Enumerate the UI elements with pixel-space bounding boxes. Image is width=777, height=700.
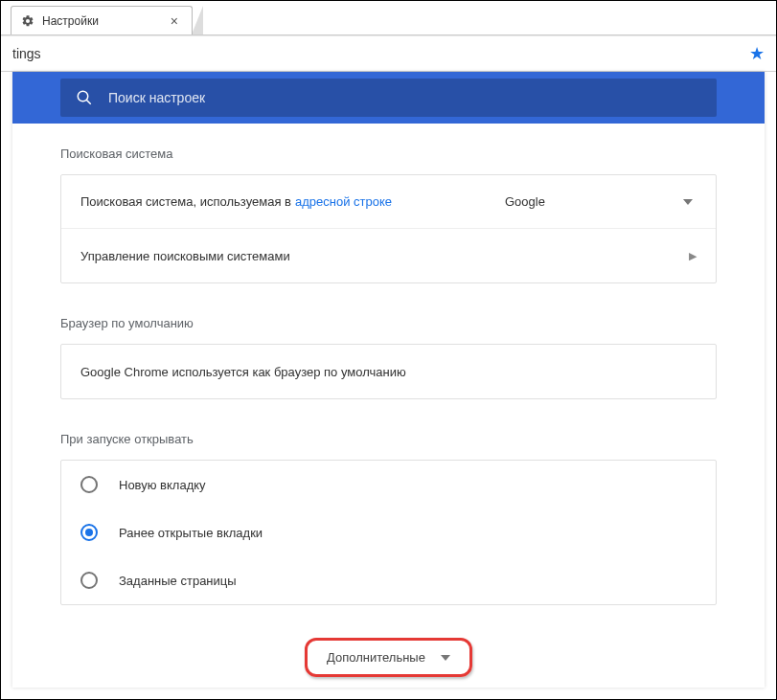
search-icon bbox=[76, 89, 93, 106]
dropdown-selected-value: Google bbox=[505, 194, 545, 209]
chevron-down-icon bbox=[683, 199, 693, 205]
section-title-default-browser: Браузер по умолчанию bbox=[60, 316, 717, 330]
search-engine-dropdown[interactable]: Google bbox=[505, 194, 697, 209]
star-icon[interactable]: ★ bbox=[749, 43, 765, 64]
card-on-startup: Новую вкладку Ранее открытые вкладки Зад… bbox=[60, 460, 717, 605]
card-search-engine: Поисковая система, используемая в адресн… bbox=[60, 174, 717, 283]
chevron-down-icon bbox=[441, 655, 450, 661]
section-title-search-engine: Поисковая система bbox=[60, 147, 717, 161]
radio-new-tab[interactable]: Новую вкладку bbox=[61, 461, 716, 508]
address-text: tings bbox=[12, 46, 749, 61]
close-icon[interactable]: × bbox=[167, 13, 182, 29]
tab-tail bbox=[192, 6, 203, 34]
search-input[interactable] bbox=[108, 90, 701, 105]
radio-specific-pages[interactable]: Заданные страницы bbox=[61, 556, 716, 604]
advanced-label: Дополнительные bbox=[327, 650, 425, 665]
tab-settings[interactable]: Настройки × bbox=[11, 6, 193, 34]
gear-icon bbox=[21, 14, 34, 28]
advanced-wrap: Дополнительные bbox=[60, 638, 717, 677]
row-label: Поисковая система, используемая в адресн… bbox=[80, 194, 505, 209]
settings-body: Поисковая система Поисковая система, исп… bbox=[12, 124, 765, 677]
radio-icon bbox=[80, 524, 98, 541]
radio-label: Ранее открытые вкладки bbox=[119, 526, 263, 540]
svg-point-0 bbox=[78, 91, 88, 102]
row-label: Google Chrome используется как браузер п… bbox=[80, 365, 697, 379]
row-default-browser: Google Chrome используется как браузер п… bbox=[61, 345, 716, 398]
link-address-bar[interactable]: адресной строке bbox=[295, 194, 392, 209]
tab-title: Настройки bbox=[42, 14, 167, 28]
section-title-on-startup: При запуске открывать bbox=[60, 432, 717, 446]
radio-label: Новую вкладку bbox=[119, 478, 206, 492]
svg-line-1 bbox=[86, 100, 91, 104]
address-bar[interactable]: tings ★ bbox=[1, 35, 776, 72]
radio-label: Заданные страницы bbox=[119, 574, 237, 588]
chevron-right-icon: ▶ bbox=[689, 250, 697, 262]
tab-bar: Настройки × bbox=[1, 1, 776, 35]
text-prefix: Поисковая система, используемая в bbox=[80, 194, 291, 209]
radio-icon bbox=[80, 572, 98, 589]
radio-previous-tabs[interactable]: Ранее открытые вкладки bbox=[61, 508, 716, 556]
row-label: Управление поисковыми системами bbox=[80, 249, 689, 263]
search-bar bbox=[12, 72, 765, 124]
row-search-engine-used: Поисковая система, используемая в адресн… bbox=[61, 175, 716, 229]
radio-icon bbox=[80, 476, 98, 493]
search-box[interactable] bbox=[60, 79, 717, 117]
advanced-button[interactable]: Дополнительные bbox=[305, 638, 472, 677]
settings-page: Поисковая система Поисковая система, исп… bbox=[12, 72, 765, 688]
card-default-browser: Google Chrome используется как браузер п… bbox=[60, 344, 717, 399]
row-manage-search-engines[interactable]: Управление поисковыми системами ▶ bbox=[61, 229, 716, 282]
